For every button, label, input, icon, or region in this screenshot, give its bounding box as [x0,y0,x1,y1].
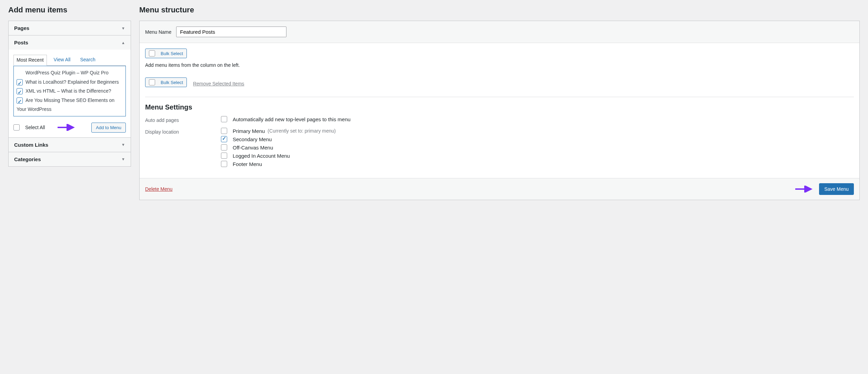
checkbox-icon [149,79,155,85]
checkbox-icon[interactable] [221,128,227,134]
post-item[interactable]: XML vs HTML – What is the Difference? [17,86,123,96]
remove-selected-link[interactable]: Remove Selected Items [193,81,244,86]
caret-up-icon: ▲ [121,41,125,45]
posts-list: WordPress Quiz Plugin – WP Quiz Pro What… [13,66,126,116]
accordion-categories-label: Categories [14,156,41,162]
accordion-categories[interactable]: Categories ▼ [9,152,131,166]
accordion-custom-links[interactable]: Custom Links ▼ [9,138,131,152]
location-label: Primary Menu [233,128,265,134]
display-location-label: Display location [145,128,221,135]
posts-body: Most Recent View All Search WordPress Qu… [9,50,131,137]
menu-name-label: Menu Name [145,29,171,35]
checkbox-icon[interactable] [17,88,23,94]
menu-settings-title: Menu Settings [145,103,854,111]
location-footer[interactable]: Footer Menu [221,161,854,167]
select-all[interactable]: Select All [13,124,45,131]
location-loggedin[interactable]: Logged In Account Menu [221,153,854,159]
post-label: WordPress Quiz Plugin – WP Quiz Pro [26,70,109,75]
divider [145,97,854,97]
checkbox-icon[interactable] [13,124,20,131]
empty-hint: Add menu items from the column on the le… [145,62,854,68]
post-item[interactable]: WordPress Quiz Plugin – WP Quiz Pro [17,68,123,77]
bulk-select-button[interactable]: Bulk Select [145,49,187,58]
checkbox-icon[interactable] [221,144,227,150]
caret-down-icon: ▼ [121,157,125,161]
accordion-posts-label: Posts [14,40,28,45]
location-label: Footer Menu [233,161,262,167]
caret-down-icon: ▼ [121,26,125,30]
menu-structure-title: Menu structure [139,6,860,14]
callout-arrow-icon [57,124,76,131]
menu-edit-panel: Menu Name Bulk Select Add menu items fro… [139,21,860,200]
add-items-title: Add menu items [8,6,131,14]
location-offcanvas[interactable]: Off-Canvas Menu [221,144,854,150]
checkbox-icon[interactable] [221,116,227,122]
delete-menu-link[interactable]: Delete Menu [145,186,172,192]
location-label: Logged In Account Menu [233,153,290,159]
add-items-panel: Pages ▼ Posts ▲ Most Recent View All Sea… [8,21,131,167]
post-item[interactable]: Are You Missing These SEO Elements on Yo… [17,96,123,114]
post-label: Are You Missing These SEO Elements on Yo… [17,97,114,112]
location-secondary[interactable]: Secondary Menu [221,136,854,142]
tab-most-recent[interactable]: Most Recent [13,55,47,66]
add-to-menu-button[interactable]: Add to Menu [91,123,126,133]
auto-add-label: Auto add pages [145,116,221,123]
checkbox-icon[interactable] [17,79,23,85]
auto-add-option-label: Automatically add new top-level pages to… [233,116,351,122]
accordion-pages[interactable]: Pages ▼ [9,21,131,35]
location-primary[interactable]: Primary Menu (Currently set to: primary … [221,128,854,134]
location-label: Secondary Menu [233,136,272,142]
accordion-posts[interactable]: Posts ▲ [9,35,131,50]
post-label: XML vs HTML – What is the Difference? [26,88,111,94]
checkbox-icon[interactable] [221,153,227,159]
post-label: What is Localhost? Explained for Beginne… [26,79,119,85]
tab-view-all[interactable]: View All [51,55,73,66]
bulk-select-label: Bulk Select [161,51,183,56]
auto-add-option[interactable]: Automatically add new top-level pages to… [221,116,854,122]
checkbox-icon [149,50,155,56]
location-hint: (Currently set to: primary menu) [268,128,336,134]
checkbox-icon[interactable] [17,97,23,104]
checkbox-icon[interactable] [221,136,227,142]
menu-name-input[interactable] [176,27,286,37]
post-item[interactable]: What is Localhost? Explained for Beginne… [17,77,123,87]
caret-down-icon: ▼ [121,143,125,147]
bulk-select-button-2[interactable]: Bulk Select [145,77,187,87]
checkbox-icon[interactable] [221,161,227,167]
bulk-select-label-2: Bulk Select [161,80,183,85]
select-all-label: Select All [25,125,45,130]
callout-arrow-icon [792,186,816,193]
save-menu-button[interactable]: Save Menu [819,183,854,195]
location-label: Off-Canvas Menu [233,145,273,150]
accordion-custom-links-label: Custom Links [14,142,48,148]
tab-search[interactable]: Search [77,55,98,66]
accordion-pages-label: Pages [14,25,29,31]
